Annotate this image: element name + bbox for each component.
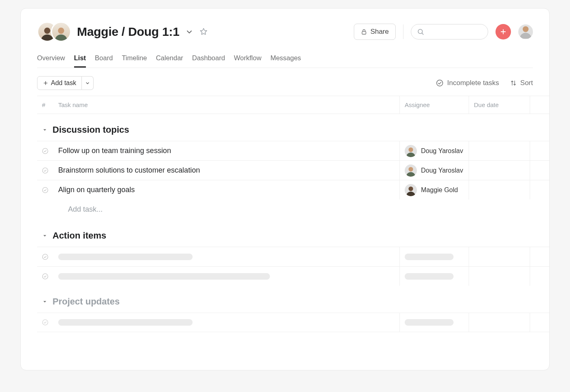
search-icon (417, 28, 424, 35)
svg-line-4 (422, 33, 423, 34)
caret-down-icon (42, 296, 48, 307)
grid-header-row: # Task name Assignee Due date (37, 96, 549, 114)
due-date-cell[interactable] (469, 161, 530, 180)
task-row[interactable] (37, 266, 549, 286)
add-task-inline[interactable]: Add task... (37, 199, 549, 220)
add-task-button[interactable]: Add task (37, 76, 82, 90)
filter-label: Incomplete tasks (447, 79, 499, 87)
section-title: Discussion topics (53, 125, 129, 135)
task-row[interactable]: Brainstorm solutions to customer escalat… (37, 160, 549, 180)
due-date-cell[interactable] (469, 180, 530, 199)
svg-rect-2 (362, 31, 366, 34)
svg-point-11 (42, 187, 48, 193)
assignee-name: Doug Yaroslav (421, 147, 463, 155)
current-user-avatar[interactable] (518, 24, 533, 39)
tab-list[interactable]: List (74, 51, 86, 68)
caret-down-icon (42, 125, 48, 135)
assignee-cell[interactable]: Doug Yaroslav (399, 161, 469, 180)
row-extra-cell (530, 180, 549, 199)
col-number[interactable]: # (37, 96, 53, 114)
complete-check[interactable] (37, 180, 53, 199)
add-task-split-button: Add task (37, 76, 94, 90)
due-date-cell[interactable] (469, 141, 530, 160)
complete-check[interactable] (37, 313, 53, 332)
svg-point-10 (408, 167, 413, 171)
tab-board[interactable]: Board (95, 51, 113, 68)
check-circle-icon (436, 79, 444, 87)
add-task-menu-button[interactable] (82, 76, 94, 90)
section-header[interactable]: Project updates (37, 286, 549, 313)
due-date-cell (469, 247, 530, 266)
task-row[interactable] (37, 313, 549, 332)
task-row[interactable] (37, 247, 549, 266)
col-due-date[interactable]: Due date (469, 96, 530, 114)
tab-messages[interactable]: Messages (270, 51, 301, 68)
complete-check[interactable] (37, 161, 53, 180)
global-add-button[interactable] (495, 24, 511, 39)
assignee-cell (399, 313, 469, 332)
complete-check[interactable] (37, 247, 53, 266)
list-toolbar: Add task Incomplete tasks Sort (21, 68, 549, 96)
task-name-cell[interactable]: Align on quarterly goals (53, 180, 399, 199)
header-actions: Share (354, 24, 533, 40)
task-name-cell (53, 313, 399, 332)
task-grid: # Task name Assignee Due date Discussion… (37, 96, 549, 332)
assignee-name: Doug Yaroslav (421, 167, 463, 174)
task-row[interactable]: Align on quarterly goalsMaggie Gold (37, 180, 549, 199)
section-header[interactable]: Action items (37, 220, 549, 247)
row-extra-cell (530, 247, 549, 266)
project-menu-chevron-icon[interactable] (185, 28, 193, 36)
share-button[interactable]: Share (354, 24, 396, 40)
row-extra-cell (530, 161, 549, 180)
assignee-name: Maggie Gold (421, 186, 458, 194)
assignee-avatar (405, 184, 417, 196)
task-name-cell (53, 247, 399, 266)
col-assignee[interactable]: Assignee (399, 96, 469, 114)
sort-button[interactable]: Sort (510, 79, 533, 87)
avatar-doug (51, 22, 71, 42)
svg-point-5 (523, 26, 528, 32)
project-member-avatars[interactable] (37, 22, 71, 42)
assignee-cell[interactable]: Doug Yaroslav (399, 141, 469, 160)
task-name-cell[interactable]: Follow up on team training session (53, 141, 399, 160)
section-title: Project updates (53, 296, 120, 307)
section-title: Action items (53, 230, 106, 241)
app-frame: Maggie / Doug 1:1 Share (20, 8, 550, 370)
complete-check[interactable] (37, 267, 53, 286)
tab-timeline[interactable]: Timeline (122, 51, 147, 68)
section-header[interactable]: Discussion topics (37, 114, 549, 141)
due-date-cell (469, 267, 530, 286)
svg-point-6 (437, 80, 443, 86)
tab-dashboard[interactable]: Dashboard (192, 51, 225, 68)
lock-icon (361, 28, 367, 35)
col-add[interactable] (530, 96, 549, 114)
project-title[interactable]: Maggie / Doug 1:1 (77, 25, 180, 39)
svg-point-8 (408, 147, 413, 152)
search-input[interactable] (428, 28, 505, 35)
header-top-row: Maggie / Doug 1:1 Share (37, 22, 533, 42)
svg-point-15 (42, 320, 48, 325)
search-input-container[interactable] (411, 24, 488, 39)
tab-workflow[interactable]: Workflow (234, 51, 262, 68)
row-extra-cell (530, 313, 549, 332)
task-row[interactable]: Follow up on team training sessionDoug Y… (37, 141, 549, 160)
row-extra-cell (530, 267, 549, 286)
filter-incomplete-tasks[interactable]: Incomplete tasks (436, 79, 499, 87)
tab-calendar[interactable]: Calendar (156, 51, 183, 68)
tab-overview[interactable]: Overview (37, 51, 65, 68)
svg-point-12 (408, 186, 413, 191)
task-name-cell (53, 267, 399, 286)
star-icon[interactable] (199, 27, 208, 36)
col-task-name[interactable]: Task name (53, 96, 399, 114)
svg-point-14 (42, 274, 48, 279)
assignee-cell (399, 267, 469, 286)
assignee-cell[interactable]: Maggie Gold (399, 180, 469, 199)
svg-point-1 (58, 28, 64, 34)
task-name-cell[interactable]: Brainstorm solutions to customer escalat… (53, 161, 399, 180)
complete-check[interactable] (37, 141, 53, 160)
assignee-cell (399, 247, 469, 266)
svg-point-9 (42, 168, 48, 173)
row-extra-cell (530, 141, 549, 160)
header-separator (403, 24, 403, 39)
sort-icon (510, 79, 517, 87)
